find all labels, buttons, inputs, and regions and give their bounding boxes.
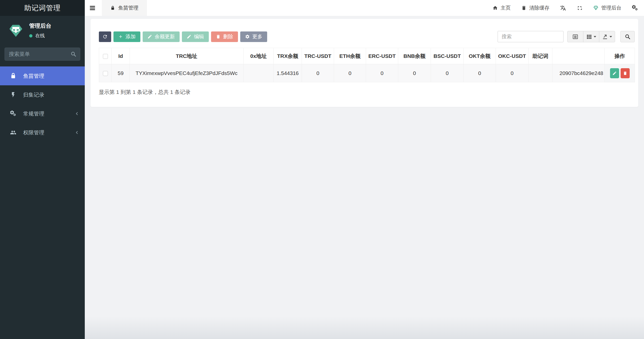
navbar-right: 主页 清除缓存 管理后台	[493, 5, 644, 11]
more-label: 更多	[252, 33, 262, 40]
plus-icon	[118, 34, 123, 39]
pencil-icon	[147, 34, 152, 39]
account-menu[interactable]: 管理后台	[593, 5, 621, 11]
column-header-bsc-usdt[interactable]: BSC-USDT	[431, 48, 464, 64]
sidebar-toggle-button[interactable]	[85, 0, 100, 16]
sidebar-search-input[interactable]	[5, 48, 80, 61]
row-edit-button[interactable]	[610, 68, 619, 78]
cell-trc-address: TYXimexwpVvesPEC4ufjEfeZ3PdJFds5Wc	[130, 64, 244, 82]
account-label: 管理后台	[601, 5, 621, 11]
user-panel: 管理后台 在线	[0, 16, 85, 44]
toolbar-actions: 添加 余额更新 编辑 删除	[99, 31, 267, 42]
pencil-icon	[612, 71, 617, 76]
delete-label: 删除	[223, 33, 233, 40]
sidebar-item-label: 权限管理	[23, 129, 44, 136]
cogs-icon	[10, 110, 16, 117]
app-root: 助记词管理 管理后台 在线 鱼苗管理 归集记录	[0, 0, 644, 339]
table-panel: 添加 余额更新 编辑 删除	[91, 19, 638, 107]
fullscreen-button[interactable]	[577, 5, 583, 11]
table-search-input[interactable]	[498, 31, 564, 42]
column-header-0x-address[interactable]: 0x地址	[244, 48, 274, 64]
toggle-view-button[interactable]	[567, 31, 583, 42]
chevron-left-icon	[74, 130, 79, 135]
row-checkbox[interactable]	[103, 71, 108, 76]
column-header-erc-usdt[interactable]: ERC-USDT	[366, 48, 398, 64]
user-name: 管理后台	[29, 22, 51, 30]
column-header-trx-balance[interactable]: TRX余额	[274, 48, 302, 64]
trash-icon	[216, 34, 221, 39]
column-header-bnb-balance[interactable]: BNB余额	[398, 48, 431, 64]
column-header-okt-balance[interactable]: OKT余额	[464, 48, 496, 64]
hash-value: 20907bc4629e2485	[554, 70, 603, 76]
cogs-icon	[632, 5, 638, 11]
cell-trc-usdt: 0	[302, 64, 334, 82]
cell-trx-balance: 1.544316	[274, 64, 302, 82]
lock-icon	[10, 73, 16, 79]
settings-button[interactable]	[632, 5, 638, 11]
gear-icon	[245, 34, 250, 39]
refresh-button[interactable]	[99, 31, 111, 42]
chevron-left-icon	[74, 111, 79, 116]
main-area: 鱼苗管理 主页 清除缓存 管理后台	[85, 0, 644, 339]
more-button[interactable]: 更多	[240, 31, 267, 42]
sidebar-item-general-management[interactable]: 常规管理	[0, 104, 85, 123]
language-button[interactable]	[560, 5, 566, 11]
cell-erc-usdt: 0	[366, 64, 398, 82]
delete-button[interactable]: 删除	[211, 31, 238, 42]
table-row[interactable]: 59 TYXimexwpVvesPEC4ufjEfeZ3PdJFds5Wc 1.…	[99, 64, 635, 82]
cell-mnemonic	[529, 64, 552, 82]
users-icon	[10, 129, 16, 136]
balance-update-button[interactable]: 余额更新	[143, 31, 180, 42]
search-submit-button[interactable]	[620, 31, 635, 42]
tether-avatar-icon	[593, 5, 598, 11]
sidebar: 助记词管理 管理后台 在线 鱼苗管理 归集记录	[0, 0, 85, 339]
search-icon[interactable]	[70, 51, 76, 57]
fullscreen-icon	[577, 5, 583, 11]
tether-logo-icon	[9, 23, 23, 38]
clear-cache-label: 清除缓存	[529, 5, 549, 11]
add-label: 添加	[126, 33, 136, 40]
column-header-trc-usdt[interactable]: TRC-USDT	[302, 48, 334, 64]
home-link[interactable]: 主页	[493, 5, 511, 11]
record-summary: 显示第 1 到第 1 条记录，总共 1 条记录	[99, 89, 635, 96]
column-header-okc-usdt[interactable]: OKC-USDT	[496, 48, 529, 64]
sidebar-item-permission-management[interactable]: 权限管理	[0, 123, 85, 142]
sidebar-search	[5, 48, 80, 61]
sidebar-item-collection-records[interactable]: 归集记录	[0, 85, 85, 104]
select-all-checkbox[interactable]	[103, 54, 108, 59]
toolbar-search-area	[498, 31, 635, 42]
column-header-trc-address[interactable]: TRC地址	[130, 48, 244, 64]
column-header-id[interactable]: Id	[112, 48, 130, 64]
select-all-cell	[99, 48, 112, 64]
bolt-icon	[10, 92, 16, 98]
columns-dropdown-button[interactable]	[583, 31, 599, 42]
search-icon	[625, 34, 631, 40]
caret-down-icon	[594, 36, 596, 39]
export-dropdown-button[interactable]	[599, 31, 615, 42]
column-header-eth-balance[interactable]: ETH余额	[334, 48, 366, 64]
edit-button[interactable]: 编辑	[182, 31, 209, 42]
clear-cache-link[interactable]: 清除缓存	[521, 5, 549, 11]
sidebar-menu: 鱼苗管理 归集记录 常规管理 权限管理	[0, 66, 85, 142]
content-area: 添加 余额更新 编辑 删除	[85, 16, 644, 339]
list-view-icon	[572, 34, 578, 40]
sidebar-item-label: 常规管理	[23, 110, 44, 117]
pencil-icon	[187, 34, 191, 39]
add-button[interactable]: 添加	[113, 31, 140, 42]
cell-eth-balance: 0	[334, 64, 366, 82]
table-toolbar: 添加 余额更新 编辑 删除	[99, 31, 635, 42]
tab-fish-management[interactable]: 鱼苗管理	[102, 0, 147, 16]
home-icon	[493, 5, 498, 11]
hamburger-icon	[89, 5, 96, 11]
sidebar-item-fish-management[interactable]: 鱼苗管理	[0, 66, 85, 85]
home-label: 主页	[501, 5, 511, 11]
row-select-cell	[99, 64, 112, 82]
sidebar-item-label: 归集记录	[23, 91, 44, 98]
view-options-group	[567, 31, 615, 42]
lock-icon	[110, 6, 115, 10]
row-delete-button[interactable]	[621, 68, 630, 78]
user-info: 管理后台 在线	[29, 22, 51, 39]
translate-icon	[560, 5, 566, 11]
column-header-mnemonic[interactable]: 助记词	[529, 48, 552, 64]
balance-update-label: 余额更新	[155, 33, 175, 40]
